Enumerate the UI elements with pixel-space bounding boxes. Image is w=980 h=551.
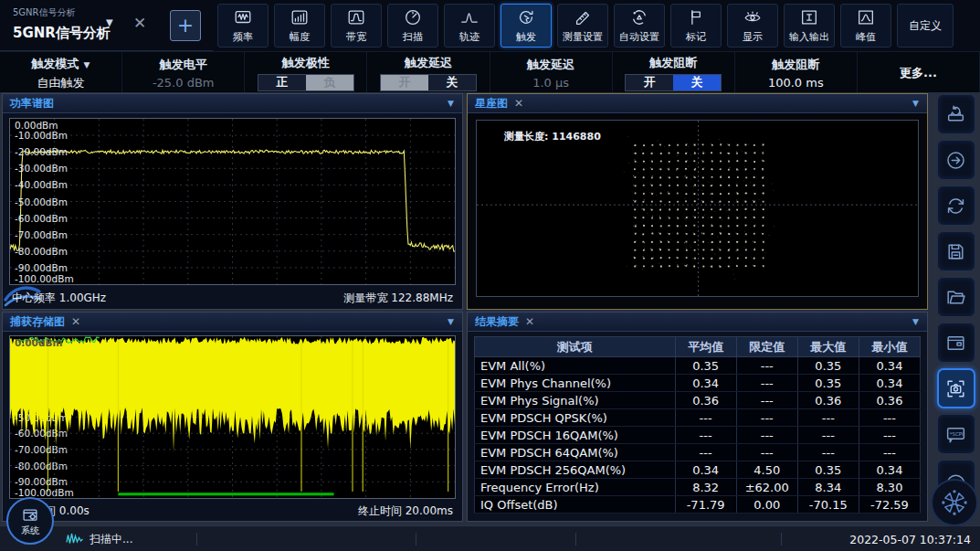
toolbar-button-trigger[interactable]: 触发 [501, 4, 552, 48]
measure-length-label: 测量长度: 1146880 [504, 130, 601, 143]
table-cell: 0.34 [859, 461, 920, 479]
table-row: EVM PDSCH 64QAM(%)------------ [475, 444, 921, 461]
trigger-cell-触发阻断[interactable]: 触发阻断100.0 ms [735, 52, 858, 92]
table-cell: --- [859, 444, 920, 461]
toggle-option-关[interactable]: 关 [673, 75, 721, 90]
mode-tab-label: 5GNR信号分析 [13, 6, 76, 19]
navigator-button[interactable] [931, 479, 978, 526]
table-row: EVM Phys Signal(%)0.36---0.360.36 [475, 392, 921, 409]
io-icon [799, 7, 819, 27]
panel-header: 功率谱图 ▼ [3, 94, 462, 113]
sidebar-button-print[interactable] [937, 94, 975, 134]
sidebar-button-sync[interactable] [937, 185, 975, 226]
table-cell: --- [859, 427, 920, 444]
table-row: EVM PDSCH 256QAM(%)0.344.500.350.34 [475, 461, 921, 479]
collapse-caret-icon[interactable]: ▼ [448, 99, 454, 108]
toggle-option-正[interactable]: 正 [258, 75, 306, 90]
toolbar-button-marker[interactable]: 标记 [670, 4, 722, 48]
trigger-cell-触发模式[interactable]: 触发模式▼自由触发 [0, 52, 122, 92]
plot-footer: 中心频率 1.00GHz 测量带宽 122.88MHz [12, 291, 453, 306]
system-button[interactable]: 系统 [6, 497, 54, 545]
toolbar-button-peak[interactable]: 峰值 [840, 4, 891, 48]
toolbar-button-label: 标记 [686, 30, 706, 44]
sidebar-button-save[interactable] [937, 231, 975, 271]
table-header-row: 测试项平均值限定值最大值最小值 [475, 337, 921, 357]
table-cell: 8.30 [859, 479, 920, 496]
screenshot-camera-icon [944, 377, 967, 400]
datetime-label: 2022-05-07 10:37:14 [849, 532, 971, 546]
svg-text:*SCPI: *SCPI [950, 430, 964, 436]
toolbar-button-label: 频率 [233, 30, 253, 44]
sidebar-button-window[interactable] [937, 323, 975, 363]
toggle-option-开[interactable]: 开 [626, 75, 673, 90]
toolbar-button-frequency[interactable]: 频率 [217, 4, 269, 48]
trigger-cell-label: 触发电平 [160, 57, 207, 73]
sidebar-button-scpi[interactable]: *SCPI [937, 414, 975, 454]
results-table: 测试项平均值限定值最大值最小值EVM All(%)0.35---0.350.34… [474, 336, 921, 514]
panel-close-icon[interactable]: ✕ [71, 315, 80, 328]
power-spectrum-body: 0.00dBm-10.00dBm-20.00dBm-30.00dBm-40.00… [3, 113, 462, 309]
toolbar-button-trace[interactable]: 轨迹 [444, 4, 495, 48]
trigger-cell-label: 触发阻断 [649, 55, 697, 71]
chevron-down-icon[interactable]: ▼ [84, 60, 90, 69]
column-header: 限定值 [736, 337, 797, 357]
sweep-icon [403, 7, 423, 27]
table-cell: Frequency Error(Hz) [475, 479, 676, 496]
toolbar-button-display[interactable]: 显示 [727, 4, 778, 48]
table-cell: --- [859, 409, 920, 427]
mode-tab[interactable]: 5GNR信号分析 ▼ 5GNR信号分析 ✕ + [0, 0, 213, 51]
column-header: 最大值 [797, 337, 859, 357]
panel-title: 功率谱图 [10, 96, 54, 111]
collapse-caret-icon[interactable]: ▼ [912, 317, 919, 326]
trigger-cell-value[interactable]: 自由触发 [37, 75, 85, 91]
toolbar-button-io[interactable]: 输入输出 [784, 4, 835, 48]
capture-body: 0.00dBm-10.00dBm-20.00dBm-30.00dBm-40.00… [3, 332, 462, 521]
panel-title: 结果摘要 [475, 314, 519, 330]
scan-status: 扫描中... [66, 531, 132, 546]
toggle-option-关[interactable]: 关 [428, 75, 476, 90]
sidebar-button-forward[interactable] [937, 140, 975, 180]
close-tab-icon[interactable]: ✕ [133, 16, 146, 31]
toolbar-button-label: 扫描 [403, 30, 423, 44]
collapse-caret-icon[interactable]: ▼ [912, 99, 919, 108]
table-row: EVM Phys Channel(%)0.34---0.350.34 [475, 375, 921, 392]
trigger-cell-触发电平[interactable]: 触发电平-25.0 dBm [122, 52, 245, 92]
table-row: EVM All(%)0.35---0.350.34 [475, 357, 921, 375]
trigger-cell-触发延迟[interactable]: 触发延迟1.0 µs [490, 52, 613, 92]
table-cell: 8.34 [797, 479, 859, 496]
toggle-option-负[interactable]: 负 [306, 75, 353, 90]
constellation-body: 测量长度: 1146880 [468, 113, 927, 309]
toolbar-button-amplitude[interactable]: 幅度 [274, 4, 325, 48]
toolbar-button-custom[interactable]: 自定义 [897, 4, 954, 48]
table-cell: 0.35 [675, 357, 736, 375]
toolbar-button-bandwidth[interactable]: 带宽 [331, 4, 382, 48]
table-row: Frequency Error(Hz)8.32±62.008.348.30 [475, 479, 921, 496]
table-cell: 0.36 [859, 392, 920, 409]
trigger-cell-value[interactable]: -25.0 dBm [153, 76, 215, 90]
frequency-icon [233, 7, 253, 27]
display-icon [743, 7, 763, 27]
table-row: EVM PDSCH QPSK(%)------------ [475, 409, 921, 427]
toolbar-button-sweep[interactable]: 扫描 [387, 4, 438, 48]
sidebar-button-open-folder[interactable] [937, 277, 975, 317]
forward-arrow-icon [944, 149, 967, 172]
trigger-cell-触发阻断: 触发阻断开关 [613, 52, 735, 92]
collapse-caret-icon[interactable]: ▼ [448, 317, 454, 326]
trigger-cell-value[interactable]: 1.0 µs [532, 76, 569, 90]
sidebar-button-screenshot[interactable] [937, 368, 975, 408]
trigger-cell-更多...[interactable]: 更多... [858, 52, 980, 92]
add-tab-button[interactable]: + [170, 10, 201, 41]
table-cell: 0.36 [675, 392, 736, 409]
table-cell: -71.79 [675, 496, 736, 514]
more-button[interactable]: 更多... [900, 65, 937, 81]
toolbar-button-measure-settings[interactable]: 测量设置 [557, 4, 608, 48]
panel-close-icon[interactable]: ✕ [514, 97, 523, 110]
trigger-cell-value[interactable]: 100.0 ms [768, 76, 824, 90]
panel-close-icon[interactable]: ✕ [525, 315, 534, 328]
toolbar-button-auto-settings[interactable]: 自动设置 [614, 4, 665, 48]
toggle-option-开[interactable]: 开 [381, 75, 428, 90]
sync-icon [944, 195, 967, 217]
panel-title: 捕获存储图 [10, 314, 65, 330]
table-cell: --- [736, 444, 797, 461]
constellation-plot: 测量长度: 1146880 [476, 120, 919, 297]
